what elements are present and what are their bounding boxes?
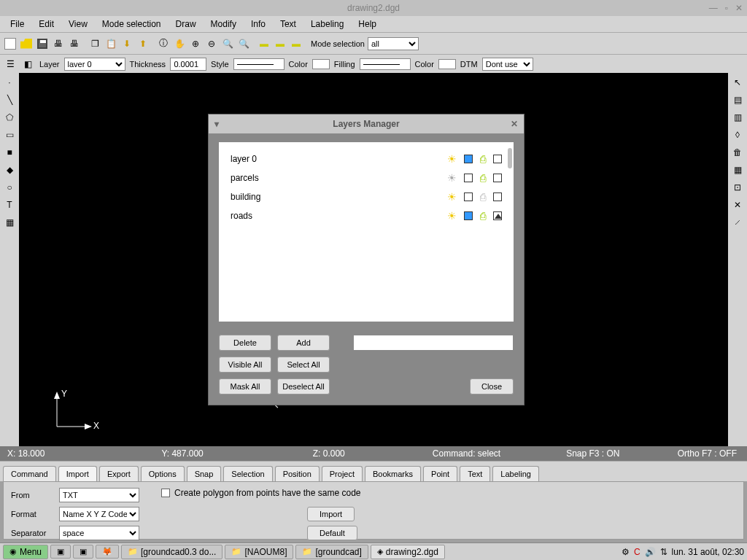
close-icon[interactable]: ✕ bbox=[735, 3, 743, 13]
print-icon[interactable]: ⎙ bbox=[480, 153, 486, 165]
zoom-in-icon[interactable]: 🔍 bbox=[220, 36, 235, 51]
tray-icon2[interactable]: C bbox=[634, 547, 640, 557]
diamond-tool-icon[interactable]: ◆ bbox=[3, 163, 16, 176]
paste-icon[interactable]: 📋 bbox=[104, 36, 118, 51]
taskbar-item-2[interactable]: 📁 [NAOUM8] bbox=[225, 545, 293, 559]
point-tool-icon[interactable]: · bbox=[3, 76, 16, 89]
visibility-icon[interactable]: ☀ bbox=[447, 210, 457, 222]
lock-icon[interactable] bbox=[493, 155, 502, 163]
layer-name-input[interactable] bbox=[353, 335, 514, 351]
default-button[interactable]: Default bbox=[307, 526, 357, 540]
menu-view[interactable]: View bbox=[61, 18, 95, 31]
open-icon[interactable] bbox=[19, 36, 34, 51]
select-tool-icon[interactable]: ↖ bbox=[731, 76, 744, 89]
layer-select[interactable]: laver 0 bbox=[64, 58, 125, 71]
close-button[interactable]: Close bbox=[470, 378, 514, 394]
color-icon[interactable] bbox=[464, 155, 473, 163]
delete-button[interactable]: Delete bbox=[219, 335, 271, 351]
line-tool-icon[interactable]: ╲ bbox=[3, 93, 16, 106]
tab-text[interactable]: Text bbox=[460, 466, 490, 481]
tray-icon1[interactable]: ⚙ bbox=[622, 547, 630, 557]
add-button[interactable]: Add bbox=[277, 335, 330, 351]
layer-row[interactable]: roads ☀ ⎙ bbox=[231, 206, 502, 225]
info-icon[interactable]: ⓘ bbox=[156, 36, 171, 51]
layer-manager-icon[interactable]: ◧ bbox=[20, 57, 35, 71]
tab-import[interactable]: Import bbox=[58, 466, 97, 481]
maximize-icon[interactable]: ▫ bbox=[725, 3, 728, 13]
taskbar-item-1[interactable]: 📁 [groundcad0.3 do... bbox=[121, 545, 222, 559]
thickness-input[interactable] bbox=[170, 58, 206, 71]
print-icon[interactable]: 🖶 bbox=[51, 36, 66, 51]
measure-icon[interactable]: ✕ bbox=[731, 198, 744, 211]
dialog-titlebar[interactable]: ▾ Layers Manager ✕ bbox=[209, 114, 524, 133]
divide-icon[interactable]: ⟋ bbox=[731, 216, 744, 229]
tab-options[interactable]: Options bbox=[141, 466, 185, 481]
menu-edit[interactable]: Edit bbox=[31, 18, 61, 31]
menu-mode-selection[interactable]: Mode selection bbox=[95, 18, 169, 31]
snap-icon[interactable]: ⊡ bbox=[731, 181, 744, 194]
visibility-icon[interactable]: ☀ bbox=[447, 191, 457, 203]
new-icon[interactable] bbox=[3, 36, 18, 51]
layer-row[interactable]: parcels ☀ ⎙ bbox=[231, 168, 502, 187]
import-button[interactable]: Import bbox=[307, 507, 355, 521]
dtm-select[interactable]: Dont use bbox=[482, 58, 533, 71]
mode-selection-select[interactable]: all bbox=[368, 37, 419, 50]
ruler3-icon[interactable]: ▬ bbox=[289, 36, 303, 51]
tab-snap[interactable]: Snap bbox=[187, 466, 222, 481]
tab-labeling[interactable]: Labeling bbox=[492, 466, 539, 481]
taskbar-item-4[interactable]: ◈ drawing2.dgd bbox=[371, 545, 445, 559]
menu-file[interactable]: File bbox=[3, 18, 31, 31]
menu-modify[interactable]: Modify bbox=[204, 18, 244, 31]
tab-project[interactable]: Project bbox=[322, 466, 363, 481]
save-icon[interactable] bbox=[35, 36, 50, 51]
color-swatch[interactable] bbox=[312, 59, 330, 69]
hatch1-icon[interactable]: ▤ bbox=[731, 93, 744, 106]
zoom-out-icon[interactable]: ⊖ bbox=[204, 36, 219, 51]
grid-icon[interactable]: ▦ bbox=[731, 163, 744, 176]
lock-icon[interactable] bbox=[493, 192, 502, 201]
ruler2-icon[interactable]: ▬ bbox=[273, 36, 287, 51]
visibility-icon[interactable]: ☀ bbox=[447, 153, 457, 165]
hatch2-icon[interactable]: ▥ bbox=[731, 111, 744, 124]
select-all-button[interactable]: Select All bbox=[277, 357, 330, 373]
start-menu-button[interactable]: ◉ Menu bbox=[3, 545, 48, 559]
print-icon[interactable]: ⎙ bbox=[480, 191, 486, 203]
tab-selection[interactable]: Selection bbox=[223, 466, 272, 481]
tab-position[interactable]: Position bbox=[275, 466, 320, 481]
dialog-close-icon[interactable]: ✕ bbox=[511, 119, 518, 129]
menu-info[interactable]: Info bbox=[244, 18, 273, 31]
erase-icon[interactable]: ◊ bbox=[731, 128, 744, 141]
taskbar-app1[interactable]: ▣ bbox=[50, 545, 71, 559]
rect-tool-icon[interactable]: ▭ bbox=[3, 128, 16, 141]
print-icon[interactable]: ⎙ bbox=[480, 172, 486, 184]
minimize-icon[interactable]: — bbox=[709, 3, 718, 13]
copy-icon[interactable]: ❐ bbox=[88, 36, 102, 51]
menu-help[interactable]: Help bbox=[351, 18, 384, 31]
fill-color-swatch[interactable] bbox=[438, 59, 456, 69]
redo-icon[interactable]: ⬆ bbox=[136, 36, 150, 51]
separator-select[interactable]: space bbox=[59, 526, 139, 540]
layer-row[interactable]: building ☀ ⎙ bbox=[231, 187, 502, 206]
layers-icon[interactable]: ☰ bbox=[3, 57, 18, 71]
deselect-all-button[interactable]: Deselect All bbox=[277, 378, 330, 394]
color-icon[interactable] bbox=[464, 192, 473, 201]
tray-volume-icon[interactable]: 🔊 bbox=[645, 547, 656, 557]
taskbar-firefox[interactable]: 🦊 bbox=[96, 545, 119, 559]
lock-icon[interactable] bbox=[493, 174, 502, 182]
dialog-collapse-icon[interactable]: ▾ bbox=[214, 119, 219, 129]
visibility-icon[interactable]: ☀ bbox=[447, 172, 457, 184]
menu-text[interactable]: Text bbox=[273, 18, 303, 31]
from-select[interactable]: TXT bbox=[59, 488, 139, 502]
polyline-tool-icon[interactable]: ⬠ bbox=[3, 111, 16, 124]
lock-icon[interactable] bbox=[493, 211, 502, 220]
tab-bookmarks[interactable]: Bookmarks bbox=[365, 466, 421, 481]
mask-all-button[interactable]: Mask All bbox=[219, 378, 271, 394]
text-tool-icon[interactable]: T bbox=[3, 198, 16, 211]
undo-icon[interactable]: ⬇ bbox=[120, 36, 134, 51]
layers-scrollbar[interactable] bbox=[508, 148, 512, 168]
taskbar-app2[interactable]: ▣ bbox=[73, 545, 93, 559]
ruler1-icon[interactable]: ▬ bbox=[257, 36, 271, 51]
trash-icon[interactable]: 🗑 bbox=[731, 146, 744, 159]
print-icon[interactable]: ⎙ bbox=[480, 210, 486, 222]
format-select[interactable]: Name X Y Z Code bbox=[59, 507, 139, 521]
